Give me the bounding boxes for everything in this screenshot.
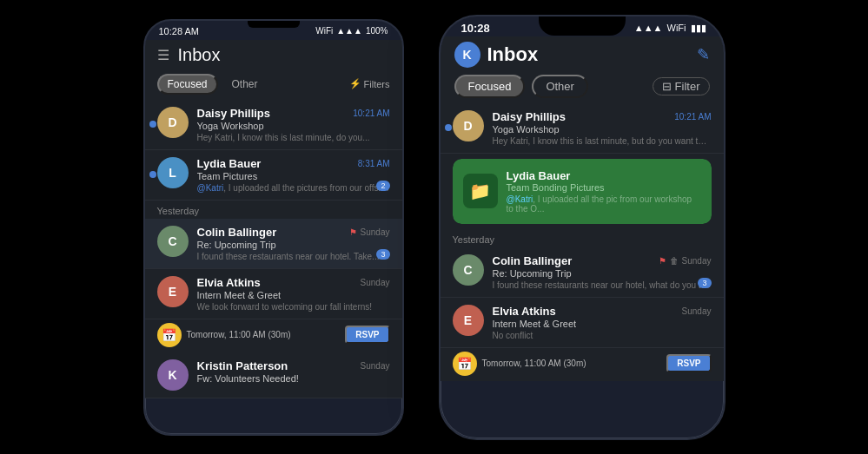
ios-email-body-elvia: Elvia Atkins Sunday Intern Meet & Greet … <box>493 305 712 340</box>
ios-inbox-title: Inbox <box>487 43 697 66</box>
android-email-list: D Daisy Phillips 10:21 AM Yoga Workshop … <box>145 100 402 398</box>
subject-daisy: Yoga Workshop <box>197 121 390 131</box>
filter-label: Filters <box>364 79 390 89</box>
ios-swipe-preview-text: @Katri, I uploaded all the pic from our … <box>507 194 701 214</box>
subject-colin: Re: Upcoming Trip <box>197 240 390 250</box>
scene: 10:28 AM WiFi ▲▲▲ 100% ☰ Inbox Focused O… <box>0 0 868 454</box>
ios-email-elvia[interactable]: E Elvia Atkins Sunday Intern Meet & Gree… <box>441 298 724 348</box>
ios-subject-daisy: Yoga Workshop <box>493 124 712 135</box>
android-filters-row: Focused Other ⚡ Filters <box>145 70 402 100</box>
time-colin: Sunday <box>361 227 390 237</box>
sender-elvia: Elvia Atkins <box>197 276 261 289</box>
preview-daisy: Hey Katri, I know this is last minute, d… <box>197 133 390 142</box>
ios-avatar-daisy: D <box>453 110 484 141</box>
android-rsvp-container: 📅 Tomorrow, 11:00 AM (30m) RSVP <box>145 319 402 352</box>
ios-filter-icon: ⊟ <box>662 80 672 93</box>
time-kristin: Sunday <box>361 361 390 371</box>
avatar-colin: C <box>157 226 189 257</box>
badge-colin: 3 <box>376 249 389 260</box>
badge-lydia: 2 <box>376 181 389 191</box>
ios-calendar-avatar: 📅 <box>453 352 477 376</box>
ios-app-header: K Inbox ✎ <box>441 36 724 71</box>
ios-swipe-subject: Team Bonding Pictures <box>507 182 701 193</box>
ios-swipe-card: 📁 Lydia Bauer Team Bonding Pictures @Kat… <box>453 159 712 224</box>
avatar-kristin: K <box>157 359 189 391</box>
ios-time-colin: Sunday <box>682 256 712 266</box>
avatar-daisy: D <box>157 107 189 138</box>
ios-email-body-daisy: Daisy Phillips 10:21 AM Yoga Workshop He… <box>493 110 712 146</box>
android-email-elvia[interactable]: E Elvia Atkins Sunday Intern Meet & Gree… <box>145 269 402 319</box>
android-rsvp-button[interactable]: RSVP <box>345 326 389 344</box>
avatar-lydia: L <box>157 157 189 188</box>
sender-colin: Colin Ballinger <box>197 226 277 239</box>
preview-elvia: We look forward to welcoming our fall in… <box>197 302 390 312</box>
flag-icon-colin: ⚑ <box>349 227 357 237</box>
ios-trash-icon: 🗑 <box>670 256 679 266</box>
time-elvia: Sunday <box>361 278 390 287</box>
ios-badge-colin: 3 <box>698 278 711 288</box>
avatar-elvia: E <box>157 276 189 307</box>
ios-sender-daisy: Daisy Phillips <box>493 110 567 123</box>
ios-avatar-elvia: E <box>453 305 484 336</box>
lightning-icon: ⚡ <box>349 78 361 89</box>
android-section-yesterday: Yesterday <box>145 201 402 219</box>
ios-time: 10:28 <box>458 22 490 35</box>
ios-rsvp-button[interactable]: RSVP <box>666 354 711 372</box>
ios-avatar-colin: C <box>453 254 484 286</box>
android-other-tab[interactable]: Other <box>223 76 267 93</box>
subject-kristin: Fw: Volunteers Needed! <box>197 373 390 384</box>
ios-email-daisy[interactable]: D Daisy Phillips 10:21 AM Yoga Workshop … <box>441 103 724 154</box>
ios-swipe-preview[interactable]: 📁 Lydia Bauer Team Bonding Pictures @Kat… <box>453 159 712 224</box>
email-body-colin: Colin Ballinger ⚑ Sunday Re: Upcoming Tr… <box>197 226 390 261</box>
ios-subject-colin: Re: Upcoming Trip <box>493 268 712 279</box>
ios-sender-colin: Colin Ballinger <box>493 254 573 267</box>
subject-elvia: Intern Meet & Greet <box>197 290 390 300</box>
battery-label: 100% <box>366 26 388 36</box>
android-focused-tab[interactable]: Focused <box>157 74 218 95</box>
ios-flag-icon-colin: ⚑ <box>659 256 666 266</box>
ios-sender-elvia: Elvia Atkins <box>493 305 556 318</box>
android-email-colin[interactable]: C Colin Ballinger ⚑ Sunday Re: Upcoming … <box>145 219 402 269</box>
email-body-daisy: Daisy Phillips 10:21 AM Yoga Workshop He… <box>197 107 390 142</box>
ios-preview-elvia: No conflict <box>493 331 712 340</box>
ios-subject-elvia: Intern Meet & Greet <box>493 319 712 329</box>
ios-email-list: D Daisy Phillips 10:21 AM Yoga Workshop … <box>441 103 724 381</box>
android-notch <box>248 21 300 28</box>
hamburger-icon[interactable]: ☰ <box>157 47 169 63</box>
ios-swipe-mention: @Katri <box>507 194 533 204</box>
calendar-avatar: 📅 <box>157 323 182 347</box>
unread-dot-lydia <box>149 171 156 178</box>
ios-preview-daisy: Hey Katri, I know this is last minute, b… <box>493 136 712 146</box>
android-filter-btn[interactable]: ⚡ Filters <box>349 78 390 89</box>
preview-colin: I found these restaurants near our hotel… <box>197 252 390 261</box>
ios-focused-tab[interactable]: Focused <box>454 75 526 98</box>
ios-compose-icon[interactable]: ✎ <box>697 45 710 64</box>
rsvp-time-text: Tomorrow, 11:00 AM (30m) <box>187 330 341 339</box>
ios-battery-icon: ▮▮▮ <box>691 23 706 34</box>
ios-user-avatar[interactable]: K <box>454 42 480 68</box>
ios-unread-dot-daisy <box>445 124 452 131</box>
android-email-lydia[interactable]: L Lydia Bauer 8:31 AM Team Pictures @Kat… <box>145 150 402 201</box>
subject-lydia: Team Pictures <box>197 171 390 181</box>
sender-lydia: Lydia Bauer <box>197 157 262 170</box>
android-email-daisy[interactable]: D Daisy Phillips 10:21 AM Yoga Workshop … <box>145 100 402 150</box>
email-body-lydia: Lydia Bauer 8:31 AM Team Pictures @Katri… <box>197 157 390 193</box>
email-body-elvia: Elvia Atkins Sunday Intern Meet & Greet … <box>197 276 390 312</box>
ios-signal-icon: ▲▲▲ <box>634 23 663 33</box>
unread-dot <box>149 121 156 128</box>
time-lydia: 8:31 AM <box>358 159 390 168</box>
android-app-header: ☰ Inbox <box>145 40 402 70</box>
android-email-kristin[interactable]: K Kristin Patterson Sunday Fw: Volunteer… <box>145 352 402 398</box>
preview-lydia: @Katri, I uploaded all the pictures from… <box>197 183 390 193</box>
ios-filter-btn[interactable]: ⊟ Filter <box>653 77 710 95</box>
android-time: 10:28 AM <box>159 26 199 36</box>
ios-section-yesterday: Yesterday <box>441 229 724 247</box>
ios-email-body-colin: Colin Ballinger ⚑ 🗑 Sunday Re: Upcoming … <box>493 254 712 290</box>
android-inbox-title: Inbox <box>178 45 390 65</box>
ios-email-colin[interactable]: C Colin Ballinger ⚑ 🗑 Sunday Re: Upcomin… <box>441 247 724 298</box>
ios-rsvp-container: 📅 Tomorrow, 11:00 AM (30m) RSVP <box>441 348 724 381</box>
ios-other-tab[interactable]: Other <box>532 75 588 98</box>
ios-wifi-icon: WiFi <box>667 23 686 33</box>
sender-daisy: Daisy Phillips <box>197 107 271 120</box>
email-body-kristin: Kristin Patterson Sunday Fw: Volunteers … <box>197 359 390 391</box>
